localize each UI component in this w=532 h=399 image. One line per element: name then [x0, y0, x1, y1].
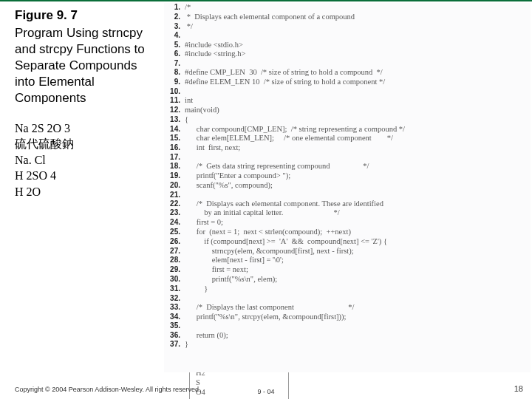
- output-line: S: [196, 378, 282, 388]
- code-line: 9.#define ELEM_LEN 10 /* size of string …: [164, 78, 531, 87]
- line-number: 5.: [164, 41, 185, 50]
- chem-item: H 2SO 4: [15, 168, 155, 184]
- line-number: 16.: [164, 143, 185, 153]
- line-code: int: [185, 96, 193, 106]
- line-number: 31.: [164, 284, 185, 294]
- line-number: 10.: [164, 87, 185, 96]
- line-number: 9.: [164, 78, 185, 87]
- line-code: /*: [185, 3, 191, 13]
- code-line: 20. scanf("%s", compound);: [164, 181, 531, 191]
- code-line: 10.: [164, 87, 531, 96]
- code-line: 16. int first, next;: [164, 143, 531, 153]
- line-number: 7.: [164, 59, 185, 68]
- code-line: 25. for (next = 1; next < strlen(compoun…: [164, 228, 531, 237]
- line-code: }: [185, 340, 188, 349]
- code-line: 18. /* Gets data string representing com…: [164, 162, 531, 171]
- code-line: 17.: [164, 153, 531, 162]
- code-line: 2. * Displays each elemental component o…: [164, 13, 531, 22]
- code-line: 7.: [164, 59, 531, 68]
- line-code: #define CMP_LEN 30 /* size of string to …: [185, 68, 383, 78]
- line-number: 25.: [164, 228, 185, 237]
- line-number: 4.: [164, 31, 185, 40]
- line-code: main(void): [185, 106, 219, 115]
- line-code: by an initial capital letter. */: [185, 208, 340, 218]
- line-number: 15.: [164, 134, 185, 143]
- line-number: 14.: [164, 125, 185, 134]
- code-line: 30. printf("%s\n", elem);: [164, 275, 531, 284]
- line-code: printf("Enter a compound> ");: [185, 171, 290, 181]
- line-code: #include <string.h>: [185, 50, 245, 59]
- line-number: 8.: [164, 68, 185, 78]
- line-number: 22.: [164, 200, 185, 209]
- line-number: 19.: [164, 171, 185, 181]
- code-line: 24. first = 0;: [164, 218, 531, 228]
- line-code: scanf("%s", compound);: [185, 181, 273, 191]
- line-code: strncpy(elem, &compound[first], next - f…: [185, 247, 354, 256]
- line-number: 23.: [164, 208, 185, 218]
- line-code: * Displays each elemental component of a…: [185, 13, 355, 22]
- code-line: 14. char compound[CMP_LEN]; /* string re…: [164, 125, 531, 134]
- code-line: 11.int: [164, 96, 531, 106]
- line-number: 32.: [164, 294, 185, 303]
- line-code: /* Gets data string representing compoun…: [185, 162, 369, 171]
- line-number: 37.: [164, 340, 185, 349]
- line-code: #define ELEM_LEN 10 /* size of string to…: [185, 78, 385, 87]
- line-code: first = next;: [185, 265, 248, 275]
- line-number: 18.: [164, 162, 185, 171]
- code-line: 26. if (compound[next] >= 'A' && compoun…: [164, 237, 531, 247]
- line-number: 1.: [164, 3, 185, 13]
- chem-item: 硫代硫酸鈉: [15, 136, 155, 152]
- line-number: 20.: [164, 181, 185, 191]
- code-line: 27. strncpy(elem, &compound[first], next…: [164, 247, 531, 256]
- chem-item: H 2O: [15, 184, 155, 200]
- line-number: 17.: [164, 153, 185, 162]
- line-number: 26.: [164, 237, 185, 247]
- chem-item: Na. Cl: [15, 152, 155, 168]
- code-line: 4.: [164, 31, 531, 40]
- line-number: 11.: [164, 96, 185, 106]
- line-code: if (compound[next] >= 'A' && compound[ne…: [185, 237, 387, 247]
- line-number: 34.: [164, 313, 185, 322]
- code-line: 22. /* Displays each elemental component…: [164, 200, 531, 209]
- code-line: 29. first = next;: [164, 265, 531, 275]
- code-line: 15. char elem[ELEM_LEN]; /* one elementa…: [164, 134, 531, 143]
- figure-description: Program Using strncpy and strcpy Functio…: [15, 25, 155, 106]
- code-line: 33. /* Displays the last component */: [164, 303, 531, 313]
- code-line: 1./*: [164, 3, 531, 13]
- code-line: 34. printf("%s\n", strcpy(elem, &compoun…: [164, 313, 531, 322]
- line-code: */: [185, 22, 193, 32]
- code-line: 8.#define CMP_LEN 30 /* size of string t…: [164, 68, 531, 78]
- code-line: 32.: [164, 294, 531, 303]
- code-line: 37.}: [164, 340, 531, 349]
- line-code: char elem[ELEM_LEN]; /* one elemental co…: [185, 134, 393, 143]
- code-line: 31. }: [164, 284, 531, 294]
- line-code: /* Displays the last component */: [185, 303, 355, 313]
- line-number: 33.: [164, 303, 185, 313]
- line-code: return (0);: [185, 331, 228, 341]
- line-number: 12.: [164, 106, 185, 115]
- code-line: 6.#include <string.h>: [164, 50, 531, 59]
- code-listing: 1./*2. * Displays each elemental compone…: [164, 3, 531, 372]
- code-line: 23. by an initial capital letter. */: [164, 208, 531, 218]
- line-code: for (next = 1; next < strlen(compound); …: [185, 228, 351, 237]
- line-code: char compound[CMP_LEN]; /* string repres…: [185, 125, 405, 134]
- copyright-text: Copyright © 2004 Pearson Addison-Wesley.…: [15, 386, 200, 393]
- line-number: 28.: [164, 256, 185, 265]
- line-number: 30.: [164, 275, 185, 284]
- page-mid: 9 - 04: [257, 389, 274, 396]
- code-line: 35.: [164, 321, 531, 330]
- code-line: 12.main(void): [164, 106, 531, 115]
- code-line: 36. return (0);: [164, 331, 531, 341]
- line-number: 24.: [164, 218, 185, 228]
- line-code: /* Displays each elemental component. Th…: [185, 200, 383, 209]
- code-line: 13.{: [164, 115, 531, 125]
- code-line: 28. elem[next - first] = '\0';: [164, 256, 531, 265]
- chemical-list: Na 2S 2O 3 硫代硫酸鈉 Na. Cl H 2SO 4 H 2O: [15, 120, 155, 200]
- line-number: 29.: [164, 265, 185, 275]
- line-number: 6.: [164, 50, 185, 59]
- code-line: 5.#include <stdio.h>: [164, 41, 531, 50]
- line-code: {: [185, 115, 188, 125]
- line-code: printf("%s\n", elem);: [185, 275, 277, 284]
- line-code: elem[next - first] = '\0';: [185, 256, 284, 265]
- figure-label: Figure 9. 7: [15, 7, 155, 24]
